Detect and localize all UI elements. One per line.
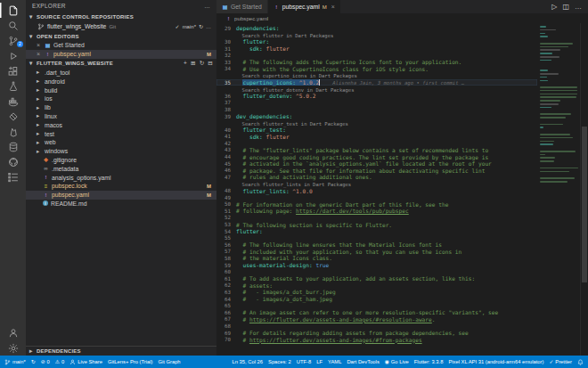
codelens-link[interactable]: Search flutter in Dart Packages [236, 33, 333, 38]
code-line: 37 [216, 100, 537, 107]
status-branch[interactable]: main* [4, 359, 26, 365]
repo-branch[interactable]: main* [183, 24, 196, 29]
line-number: 69 [216, 331, 236, 336]
tree-item-windows[interactable]: ▸windows [26, 147, 216, 156]
line-content: # - images/a_dot_ham.jpeg [236, 296, 332, 302]
code-editor[interactable]: 29dependencies: Search flutter in Dart P… [216, 23, 537, 356]
new-file-icon[interactable]: + [184, 60, 187, 67]
minimap-line [540, 151, 576, 152]
account-icon[interactable] [0, 325, 26, 340]
tree-item-test[interactable]: ▸test [26, 129, 216, 138]
tree-item-analysis-options-yaml[interactable]: !analysis_options.yaml [26, 173, 216, 182]
line-number: 58 [216, 256, 236, 261]
search-icon[interactable] [0, 18, 26, 33]
editor-actions: ▷◫… [545, 0, 588, 13]
tree-item-macos[interactable]: ▸macos [26, 120, 216, 129]
tree-item-android[interactable]: ▸android [26, 77, 216, 86]
todo-tree-icon[interactable] [0, 169, 26, 184]
tree-item--metadata[interactable]: ∞.metadata [26, 164, 216, 173]
section-open-editors[interactable]: ▾ OPEN EDITORS [26, 31, 216, 41]
minimap[interactable] [537, 23, 580, 356]
run-button[interactable]: ▷ [551, 3, 557, 11]
status-git-graph[interactable]: Git Graph [158, 359, 180, 364]
breadcrumb[interactable]: ! pubspec.yaml [216, 13, 588, 23]
status-eol[interactable]: LF [316, 359, 323, 364]
tree-item-linux[interactable]: ▸linux [26, 112, 216, 121]
status-language[interactable]: YAML [328, 359, 341, 364]
extensions-icon[interactable] [0, 63, 26, 78]
tree-item-lib[interactable]: ▸lib [26, 103, 216, 112]
tab-pubspec-yaml[interactable]: !pubspec.yamlM× [268, 0, 341, 13]
settings-icon[interactable] [0, 340, 26, 356]
tree-item-readme-md[interactable]: iREADME.md [26, 200, 216, 209]
status-gitlens[interactable]: GitLens+ Pro (Trial) [108, 359, 153, 364]
split-editor-icon[interactable]: ◫ [562, 3, 569, 11]
tree-item-web[interactable]: ▸web [26, 138, 216, 147]
close-icon[interactable]: × [37, 42, 42, 48]
explorer-more-actions-icon[interactable]: … [204, 3, 210, 9]
sync-icon[interactable]: ↻ [199, 23, 203, 29]
docker-icon[interactable] [0, 94, 26, 109]
codelens-link[interactable]: Search cupertino_icons in Dart Packages [236, 73, 357, 78]
dart-icon[interactable] [0, 109, 26, 124]
status-cursor-position[interactable]: Ln 35, Col 26 [233, 359, 263, 364]
status-live-share[interactable]: Live Share [69, 359, 102, 365]
line-number: 51 [216, 209, 236, 214]
tab-get-started[interactable]: ▤Get Started [216, 0, 268, 13]
status-device[interactable]: Pixel XL API 31 (android-arm64 emulator) [448, 359, 543, 364]
section-workspace-folder[interactable]: ▾ FLUTTER_WINGS_WEBSITE + ⊞ ↻ ⊟ [26, 59, 216, 69]
source-control-icon[interactable]: 2 [0, 33, 26, 48]
chevron-right-icon: ▸ [37, 112, 42, 119]
tree-item--dart-tool[interactable]: ▸.dart_tool [26, 69, 216, 78]
status-encoding[interactable]: UTF-8 [297, 359, 311, 364]
status-flutter-version[interactable]: Flutter: 3.3.8 [414, 359, 444, 364]
explorer-icon[interactable] [0, 3, 26, 18]
open-editor-get-started[interactable]: ×▤Get Started [26, 41, 216, 50]
status-sync[interactable]: ↻ [31, 359, 36, 364]
minimap-line [540, 100, 560, 102]
minimap-line [540, 141, 554, 143]
section-dependencies[interactable]: ▸ DEPENDENCIES [26, 346, 216, 356]
tree-item--gitignore[interactable]: ◆.gitignore [26, 156, 216, 165]
github-icon[interactable] [0, 154, 26, 169]
database-icon[interactable] [0, 139, 26, 154]
close-icon[interactable]: × [37, 51, 42, 57]
line-number: 68 [216, 323, 236, 329]
code-line: 38 [216, 106, 537, 113]
firebase-icon[interactable] [0, 124, 26, 139]
status-prettier[interactable]: ✓Prettier [549, 359, 572, 364]
repo-row[interactable]: flutter_wings_Website Git ✓ main* ↻ … [26, 21, 216, 31]
status-errors[interactable]: ⊘0 [41, 359, 50, 364]
status-notifications[interactable] [577, 359, 584, 365]
close-icon[interactable]: × [331, 4, 335, 10]
status-indentation[interactable]: Spaces: 2 [268, 359, 291, 364]
section-source-control-repositories[interactable]: ▾ SOURCE CONTROL REPOSITORIES [26, 12, 216, 21]
tree-item-pubspec-yaml[interactable]: !pubspec.yamlM [26, 191, 216, 200]
more-actions-icon[interactable]: … [575, 3, 582, 11]
new-folder-icon[interactable]: ⊞ [191, 60, 196, 67]
run-debug-icon[interactable] [0, 48, 26, 63]
codelens-link[interactable]: Search flutter_test in Dart Packages [236, 121, 348, 127]
codelens-link[interactable]: Search flutter_lints in Dart Packages [236, 182, 351, 187]
status-right: Ln 35, Col 26Spaces: 2UTF-8LFYAMLDart De… [233, 359, 584, 365]
tree-item-ios[interactable]: ▸ios [26, 94, 216, 103]
section-title: FLUTTER_WINGS_WEBSITE [37, 61, 113, 66]
tree-item-pubspec-lock[interactable]: ≡pubspec.lockM [26, 182, 216, 191]
status-go-live[interactable]: ◉Go Live [385, 359, 409, 364]
tree-item-label: test [45, 131, 54, 137]
yaml-file-icon: ! [225, 16, 232, 21]
code-line: 46 # package. See that file for informat… [216, 167, 537, 174]
more-actions-icon[interactable]: … [206, 24, 211, 29]
open-editor-pubspec-yaml[interactable]: ×!pubspec.yamlM [26, 50, 216, 59]
line-number: 31 [216, 46, 236, 52]
scrollbar-thumb[interactable] [582, 127, 587, 282]
code-line: 56 # The following line ensures that the… [216, 241, 537, 249]
refresh-explorer-icon[interactable]: ↻ [200, 60, 205, 67]
testing-icon[interactable] [0, 78, 26, 94]
status-warnings[interactable]: ⚠0 [55, 359, 64, 364]
status-dart-devtools[interactable]: Dart DevTools [347, 359, 379, 364]
editor-scrollbar[interactable] [580, 23, 588, 356]
tree-item-build[interactable]: ▸build [26, 86, 216, 94]
codelens-link[interactable]: Search flutter_dotenv in Dart Packages [236, 87, 354, 93]
collapse-folders-icon[interactable]: ⊟ [208, 60, 213, 67]
